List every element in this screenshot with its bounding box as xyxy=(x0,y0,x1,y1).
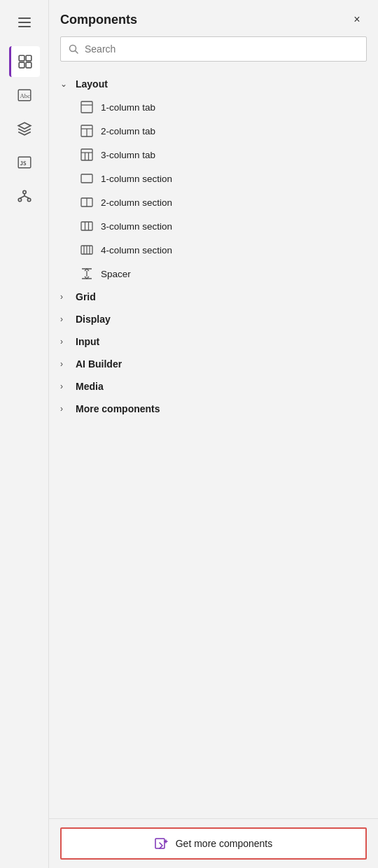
js-sidebar-button[interactable]: JS xyxy=(9,147,40,178)
layers-icon xyxy=(17,121,32,136)
search-container xyxy=(60,36,367,62)
component-3col-tab[interactable]: 3-column tab xyxy=(49,143,378,167)
chevron-right-icon: › xyxy=(60,359,70,369)
category-input-label: Input xyxy=(76,336,99,347)
layers-sidebar-button[interactable] xyxy=(9,113,40,144)
abc-icon: Abc xyxy=(17,88,32,103)
category-media: › Media xyxy=(49,375,378,398)
search-input[interactable] xyxy=(85,43,359,55)
1col-section-icon xyxy=(80,172,94,186)
category-input-header[interactable]: › Input xyxy=(49,330,378,353)
svg-rect-13 xyxy=(81,102,92,113)
svg-point-10 xyxy=(27,198,30,201)
get-more-components-button[interactable]: Get more components xyxy=(60,827,367,860)
hamburger-menu-button[interactable] xyxy=(9,7,40,38)
data-sidebar-button[interactable] xyxy=(9,181,40,211)
category-layout-label: Layout xyxy=(76,78,108,90)
close-button[interactable]: × xyxy=(347,10,367,29)
3col-tab-label: 3-column tab xyxy=(101,150,155,160)
category-ai-builder-header[interactable]: › AI Builder xyxy=(49,353,378,375)
category-grid: › Grid xyxy=(49,286,378,308)
left-sidebar: Abc JS xyxy=(0,0,49,868)
component-spacer[interactable]: Spacer xyxy=(49,262,378,286)
svg-text:JS: JS xyxy=(20,160,27,167)
svg-point-9 xyxy=(18,198,21,201)
3col-tab-icon xyxy=(80,148,94,162)
svg-rect-3 xyxy=(26,62,31,68)
chevron-right-icon: › xyxy=(60,337,70,346)
spacer-icon xyxy=(80,267,94,281)
svg-rect-1 xyxy=(26,55,31,61)
svg-rect-18 xyxy=(81,149,92,160)
svg-rect-25 xyxy=(81,222,92,230)
svg-rect-22 xyxy=(81,174,92,183)
category-more-components: › More components xyxy=(49,398,378,420)
component-4col-section[interactable]: 4-column section xyxy=(49,238,378,262)
search-box xyxy=(60,36,367,62)
1col-tab-label: 1-column tab xyxy=(101,102,155,113)
category-more-components-label: More components xyxy=(76,403,160,414)
panel-header: Components × xyxy=(49,0,378,36)
category-media-label: Media xyxy=(76,381,104,392)
search-icon xyxy=(68,43,79,55)
svg-point-8 xyxy=(22,190,25,193)
text-sidebar-button[interactable]: Abc xyxy=(9,80,40,111)
chevron-down-icon: ⌄ xyxy=(60,79,70,89)
component-1col-tab[interactable]: 1-column tab xyxy=(49,95,378,119)
category-display-header[interactable]: › Display xyxy=(49,308,378,330)
chevron-right-icon: › xyxy=(60,382,70,391)
3col-section-label: 3-column section xyxy=(101,221,172,232)
category-grid-header[interactable]: › Grid xyxy=(49,286,378,308)
svg-line-12 xyxy=(76,51,78,54)
components-sidebar-button[interactable] xyxy=(9,46,40,77)
component-2col-section[interactable]: 2-column section xyxy=(49,190,378,214)
data-icon xyxy=(17,188,32,204)
get-more-label: Get more components xyxy=(176,838,273,849)
2col-tab-label: 2-column tab xyxy=(101,126,155,136)
2col-section-label: 2-column section xyxy=(101,197,172,208)
category-input: › Input xyxy=(49,330,378,353)
components-icon xyxy=(18,54,33,69)
component-3col-section[interactable]: 3-column section xyxy=(49,214,378,238)
svg-text:Abc: Abc xyxy=(20,92,30,99)
category-ai-builder: › AI Builder xyxy=(49,353,378,375)
category-media-header[interactable]: › Media xyxy=(49,375,378,398)
component-list: ⌄ Layout 1-column tab xyxy=(49,70,378,818)
3col-section-icon xyxy=(80,219,94,233)
chevron-right-icon: › xyxy=(60,292,70,302)
category-grid-label: Grid xyxy=(76,291,96,302)
component-1col-section[interactable]: 1-column section xyxy=(49,167,378,190)
1col-section-label: 1-column section xyxy=(101,174,172,184)
2col-section-icon xyxy=(80,195,94,209)
svg-rect-2 xyxy=(19,62,24,68)
chevron-right-icon: › xyxy=(60,314,70,324)
category-display: › Display xyxy=(49,308,378,330)
category-display-label: Display xyxy=(76,314,111,325)
category-more-components-header[interactable]: › More components xyxy=(49,398,378,420)
1col-tab-icon xyxy=(80,100,94,114)
category-layout-header[interactable]: ⌄ Layout xyxy=(49,73,378,95)
category-ai-builder-label: AI Builder xyxy=(76,358,122,370)
bottom-section: Get more components xyxy=(49,818,378,868)
components-panel: Components × ⌄ Layout xyxy=(49,0,378,868)
4col-section-icon xyxy=(80,243,94,257)
category-layout: ⌄ Layout 1-column tab xyxy=(49,73,378,286)
4col-section-label: 4-column section xyxy=(101,245,172,255)
spacer-label: Spacer xyxy=(101,269,131,279)
panel-title: Components xyxy=(60,13,137,27)
javascript-icon: JS xyxy=(17,155,32,170)
hamburger-icon xyxy=(18,18,31,27)
layout-items: 1-column tab 2-column tab xyxy=(49,95,378,286)
get-more-icon xyxy=(155,836,169,850)
svg-rect-0 xyxy=(19,55,24,61)
chevron-right-icon: › xyxy=(60,404,70,414)
component-2col-tab[interactable]: 2-column tab xyxy=(49,119,378,143)
2col-tab-icon xyxy=(80,124,94,138)
